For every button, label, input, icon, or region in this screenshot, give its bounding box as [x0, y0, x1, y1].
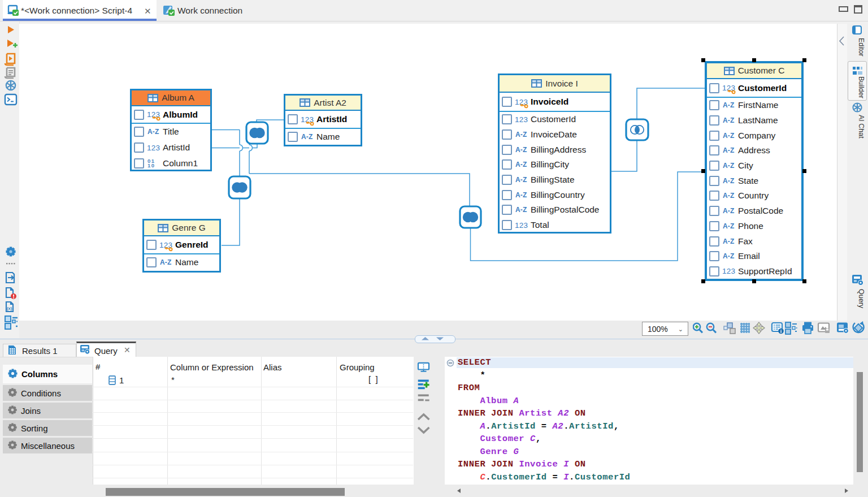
- svg-text:(x): (x): [7, 306, 12, 311]
